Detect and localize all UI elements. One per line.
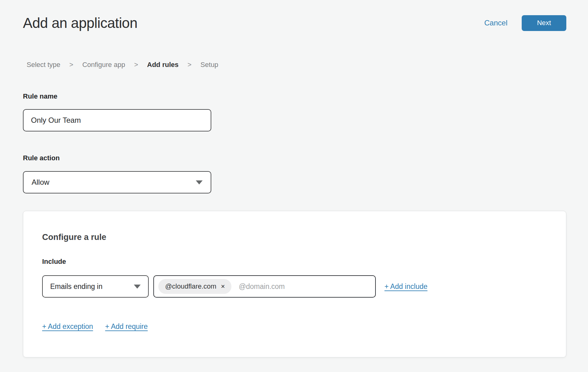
add-exception-link[interactable]: + Add exception [42, 322, 93, 331]
breadcrumb-add-rules[interactable]: Add rules [147, 61, 178, 69]
breadcrumb: Select type > Configure app > Add rules … [27, 61, 566, 69]
breadcrumb-select-type[interactable]: Select type [27, 61, 60, 69]
next-button[interactable]: Next [522, 15, 566, 31]
chip-label: @cloudflare.com [165, 282, 216, 290]
rule-extra-links: + Add exception + Add require [42, 322, 547, 331]
include-label: Include [42, 258, 547, 266]
domain-text-input[interactable] [239, 282, 371, 291]
rule-action-selected-value: Allow [32, 178, 49, 187]
include-rule-row: Emails ending in @cloudflare.com ✕ + Add… [42, 275, 547, 298]
cancel-button[interactable]: Cancel [484, 19, 507, 27]
include-selector-value: Emails ending in [50, 282, 103, 291]
include-selector-dropdown[interactable]: Emails ending in [42, 275, 149, 298]
breadcrumb-separator-icon: > [134, 61, 138, 69]
breadcrumb-separator-icon: > [69, 61, 73, 69]
page-header: Add an application Cancel Next [23, 14, 566, 32]
page-title: Add an application [23, 14, 138, 32]
caret-down-icon [134, 285, 141, 289]
add-application-page: Add an application Cancel Next Select ty… [0, 0, 588, 357]
rule-action-section: Rule action Allow [23, 154, 566, 193]
rule-name-label: Rule name [23, 92, 566, 100]
rule-name-input[interactable] [23, 109, 211, 131]
breadcrumb-separator-icon: > [187, 61, 191, 69]
rule-name-section: Rule name [23, 92, 566, 131]
email-domain-chip: @cloudflare.com ✕ [158, 279, 231, 294]
include-value-input[interactable]: @cloudflare.com ✕ [153, 275, 376, 298]
rule-action-label: Rule action [23, 154, 566, 162]
configure-rule-title: Configure a rule [42, 232, 547, 242]
add-include-link[interactable]: + Add include [384, 282, 428, 291]
breadcrumb-setup[interactable]: Setup [200, 61, 218, 69]
remove-chip-icon[interactable]: ✕ [221, 284, 225, 289]
breadcrumb-configure-app[interactable]: Configure app [82, 61, 125, 69]
configure-rule-card: Configure a rule Include Emails ending i… [23, 211, 566, 357]
rule-action-select[interactable]: Allow [23, 171, 211, 193]
header-actions: Cancel Next [484, 15, 566, 31]
caret-down-icon [196, 180, 203, 184]
add-require-link[interactable]: + Add require [105, 322, 147, 331]
